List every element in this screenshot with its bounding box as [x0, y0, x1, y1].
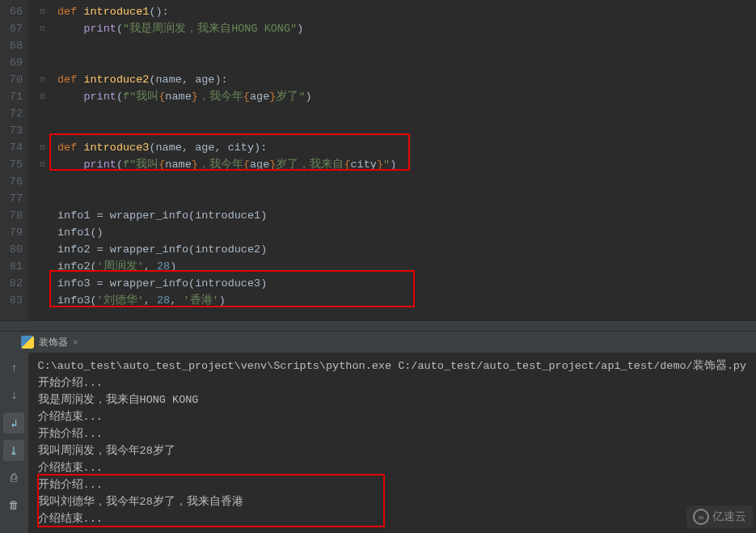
line-number: 83 — [0, 292, 23, 309]
console-line: 开始介绍... — [38, 374, 746, 391]
fold-icon[interactable]: ⊟ — [27, 71, 57, 88]
editor-area: 66 67 68 69 70 71 72 73 74 75 76 77 78 7… — [0, 0, 756, 320]
fold-column: ⊟ ⊟ ⊟ ⊟ ⊟ ⊟ — [27, 0, 57, 320]
line-number: 67 — [0, 20, 23, 37]
run-tab-bar: 装饰器 × — [0, 332, 756, 353]
fold-icon[interactable]: ⊟ — [27, 3, 57, 20]
fold-end-icon[interactable]: ⊟ — [27, 88, 57, 105]
up-arrow-icon[interactable]: ↑ — [3, 357, 24, 379]
line-number: 68 — [0, 37, 23, 54]
close-icon[interactable]: × — [73, 337, 78, 347]
line-number: 81 — [0, 258, 23, 275]
line-number: 80 — [0, 241, 23, 258]
console-line: 我叫刘德华，我今年28岁了，我来自香港 — [38, 493, 746, 510]
line-gutter: 66 67 68 69 70 71 72 73 74 75 76 77 78 7… — [0, 0, 27, 320]
watermark-label: 亿速云 — [712, 510, 746, 524]
run-tab-label: 装饰器 — [39, 336, 68, 349]
fold-end-icon[interactable]: ⊟ — [27, 156, 57, 173]
line-number: 74 — [0, 139, 23, 156]
panel-divider[interactable] — [0, 320, 756, 332]
console-line: 介绍结束... — [38, 408, 746, 425]
line-number: 71 — [0, 88, 23, 105]
run-tab[interactable]: 装饰器 × — [15, 334, 84, 351]
line-number: 76 — [0, 173, 23, 190]
console-line: 开始介绍... — [38, 425, 746, 442]
trash-icon[interactable]: 🗑 — [3, 495, 24, 516]
code-column[interactable]: def introduce1(): print("我是周润发，我来自HONG K… — [57, 0, 756, 320]
watermark-icon: ∞ — [693, 509, 709, 525]
line-number: 78 — [0, 207, 23, 224]
line-number: 72 — [0, 105, 23, 122]
console-area: ↑ ↓ ↲ ⤓ ⎙ 🗑 C:\auto_test\auto_test_proje… — [0, 353, 756, 533]
console-line: C:\auto_test\auto_test_project\venv\Scri… — [38, 357, 746, 374]
fold-end-icon[interactable]: ⊟ — [27, 20, 57, 37]
watermark: ∞ 亿速云 — [686, 506, 753, 528]
scroll-to-end-icon[interactable]: ⤓ — [3, 440, 24, 461]
line-number: 79 — [0, 224, 23, 241]
print-icon[interactable]: ⎙ — [3, 467, 24, 489]
wrap-icon[interactable]: ↲ — [3, 412, 24, 434]
line-number: 82 — [0, 275, 23, 292]
line-number: 70 — [0, 71, 23, 88]
console-line: 开始介绍... — [38, 476, 746, 493]
down-arrow-icon[interactable]: ↓ — [3, 385, 24, 406]
console-toolbar: ↑ ↓ ↲ ⤓ ⎙ 🗑 — [0, 353, 28, 533]
console-output[interactable]: C:\auto_test\auto_test_project\venv\Scri… — [28, 353, 756, 533]
line-number: 66 — [0, 3, 23, 20]
console-line: 介绍结束... — [38, 510, 746, 527]
console-line: 我是周润发，我来自HONG KONG — [38, 391, 746, 408]
line-number: 73 — [0, 122, 23, 139]
console-line: 介绍结束... — [38, 459, 746, 476]
console-line: 我叫周润发，我今年28岁了 — [38, 442, 746, 459]
python-icon — [21, 336, 34, 349]
line-number: 69 — [0, 54, 23, 71]
line-number: 77 — [0, 190, 23, 207]
line-number: 75 — [0, 156, 23, 173]
fold-icon[interactable]: ⊟ — [27, 139, 57, 156]
